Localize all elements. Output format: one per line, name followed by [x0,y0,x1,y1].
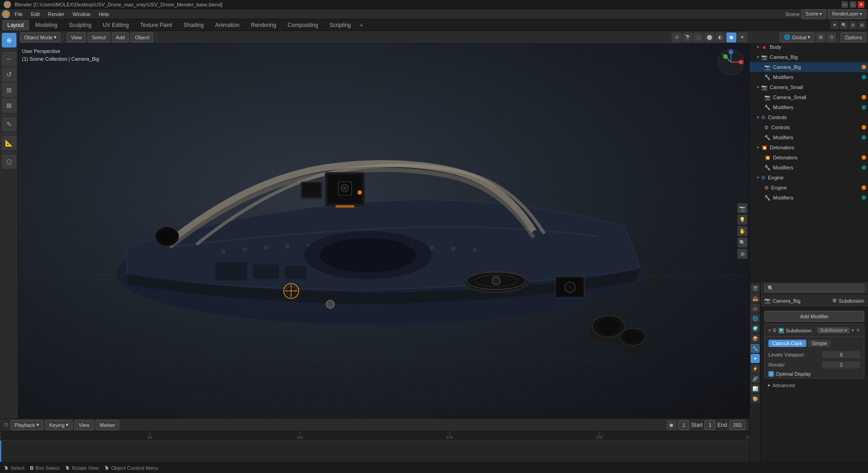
tab-compositing[interactable]: Compositing [282,20,324,31]
outliner-expand-icon[interactable]: ⊞ [858,21,866,29]
shading-solid-icon[interactable]: ⬤ [704,32,715,42]
advanced-section[interactable]: ▸ Advanced [764,380,864,390]
timeline-view-menu[interactable]: View [74,420,94,430]
playback-menu[interactable]: Playback ▾ [11,420,43,430]
tab-layout[interactable]: Layout [2,20,29,31]
shading-wireframe-icon[interactable]: □ [693,32,704,42]
global-selector[interactable]: 🌐 Global ▾ [780,32,815,42]
optimal-display-checkbox[interactable]: ✓ Optimal Display [765,370,864,378]
close-button[interactable]: ✕ [858,1,864,8]
outliner-item-detonators[interactable]: 💥 Detonators [750,152,868,163]
snap-icon[interactable]: ⊞ [815,32,826,42]
gizmo-icon[interactable]: 🔭 [683,32,693,42]
outliner-item-camera-small-group[interactable]: ▾ 📷 Camera_Small [750,82,868,92]
move-tool[interactable]: ↔ [2,52,16,66]
annotate-tool[interactable]: ✎ [2,117,16,131]
current-frame-input[interactable]: 1 [678,420,689,430]
simple-button[interactable]: Simple [808,340,831,347]
outliner-item-camera-big-modifiers[interactable]: 🔧 Modifiers [750,72,868,82]
navigation-gizmo[interactable]: X Y Z [717,48,745,76]
viewport-overlay-icon[interactable]: ⊙ [672,32,682,42]
render-value[interactable]: 2 [822,361,860,368]
catmull-clark-button[interactable]: Catmull-Clark [768,340,806,347]
tab-sculpting[interactable]: Sculpting [64,20,97,31]
blender-app-icon[interactable] [2,10,10,18]
tab-uv-editing[interactable]: UV Editing [97,20,134,31]
prop-tab-modifier[interactable]: 🔧 [751,344,760,353]
outliner-item-detonators-modifiers[interactable]: 🔧 Modifiers [750,163,868,173]
mode-selector[interactable]: Object Mode ▾ [20,32,61,42]
keyframe-area[interactable] [0,441,749,462]
scale-tool[interactable]: ⊞ [2,83,16,97]
tab-animation[interactable]: Animation [210,20,245,31]
prop-tab-particles[interactable]: ✦ [751,354,760,363]
rotate-tool[interactable]: ↺ [2,67,16,82]
prop-tab-render[interactable]: 🎬 [751,284,760,293]
modifier-close-button[interactable]: ✕ [856,327,860,333]
zoom-icon[interactable]: 🔍 [737,237,747,247]
outliner-item-camera-big[interactable]: 📷 Camera_Big [750,62,868,72]
lamp-icon[interactable]: 💡 [737,215,747,225]
modifier-visibility-icon[interactable]: 👁 [778,328,784,333]
3d-viewport[interactable]: User Perspective (1) Scene Collection | … [18,44,749,418]
tab-texture-paint[interactable]: Texture Paint [135,20,178,31]
prop-tab-output[interactable]: 📤 [751,294,760,303]
add-menu[interactable]: Add [112,32,129,42]
modifier-menu-icon[interactable]: ▾ [852,327,854,333]
end-frame-input[interactable]: 250 [729,420,746,430]
cursor-tool[interactable]: ⊕ [2,33,16,47]
shading-material-icon[interactable]: ◐ [715,32,725,42]
menu-edit[interactable]: Edit [27,11,43,18]
prop-tab-view-layer[interactable]: 🗂 [751,304,760,313]
camera-icon[interactable]: 📷 [737,203,747,213]
menu-help[interactable]: Help [95,11,113,18]
properties-search-input[interactable] [764,284,864,292]
frame-indicator[interactable]: ⏺ [667,420,677,430]
hand-pan-icon[interactable]: ✋ [737,226,747,236]
outliner-search-icon[interactable]: 🔍 [840,21,848,29]
outliner-item-engine[interactable]: ⚙ Engine [750,183,868,193]
prop-tab-object[interactable]: 📦 [751,334,760,343]
add-modifier-button[interactable]: Add Modifier [764,311,864,322]
outliner-item-camera-big-group[interactable]: ▾ 📷 Camera_Big [750,52,868,62]
outliner-item-engine-modifiers[interactable]: 🔧 Modifiers [750,193,868,203]
proportional-edit-icon[interactable]: ⊙ [826,32,836,42]
menu-window[interactable]: Window [69,11,94,18]
outliner-item-controls-modifiers[interactable]: 🔧 Modifiers [750,132,868,142]
prop-tab-data[interactable]: 📊 [751,384,760,393]
outliner-item-controls[interactable]: ⚙ Controls [750,122,868,132]
prop-tab-scene[interactable]: 🌐 [751,314,760,323]
shading-rendered-icon[interactable]: ◉ [726,32,736,42]
tab-shading[interactable]: Shading [178,20,209,31]
add-primitive-tool[interactable]: ⬡ [2,154,16,169]
outliner-item-detonators-group[interactable]: ▾ 💥 Detonators [750,142,868,152]
prop-tab-constraints[interactable]: 🔗 [751,374,760,383]
prop-tab-physics[interactable]: ⚡ [751,364,760,373]
prop-tab-material[interactable]: 🎨 [751,394,760,403]
options-button[interactable]: Options [841,32,866,42]
modifier-type-dropdown[interactable]: Subdivision ▾ [817,327,850,333]
menu-render[interactable]: Render [44,11,68,18]
keying-menu[interactable]: Keying ▾ [45,420,73,430]
outliner-item-controls-group[interactable]: ▾ ⚙ Controls [750,112,868,122]
outliner-item-engine-group[interactable]: ▾ ⚙ Engine [750,173,868,183]
add-workspace-button[interactable]: + [357,21,366,30]
scene-selector[interactable]: Scene ▾ [801,9,826,19]
start-frame-input[interactable]: 1 [704,420,715,430]
outliner-item-camera-small-modifiers[interactable]: 🔧 Modifiers [750,102,868,112]
object-menu[interactable]: Object [131,32,153,42]
levels-viewport-value[interactable]: 0 [822,351,860,358]
shading-menu-icon[interactable]: ▾ [737,32,747,42]
measure-tool[interactable]: 📐 [2,136,16,150]
tab-rendering[interactable]: Rendering [245,20,281,31]
tab-modeling[interactable]: Modeling [30,20,63,31]
render-layer-selector[interactable]: RenderLayer ▾ [828,9,866,19]
view-menu[interactable]: View [67,32,86,42]
grid-icon[interactable]: ⊞ [737,249,747,259]
outliner-item-camera-small[interactable]: 📷 Camera_Small [750,92,868,102]
maximize-button[interactable]: □ [850,1,856,8]
transform-tool[interactable]: ⊠ [2,98,16,113]
marker-menu[interactable]: Marker [95,420,119,430]
tab-scripting[interactable]: Scripting [324,20,356,31]
prop-tab-world[interactable]: 🌍 [751,324,760,333]
